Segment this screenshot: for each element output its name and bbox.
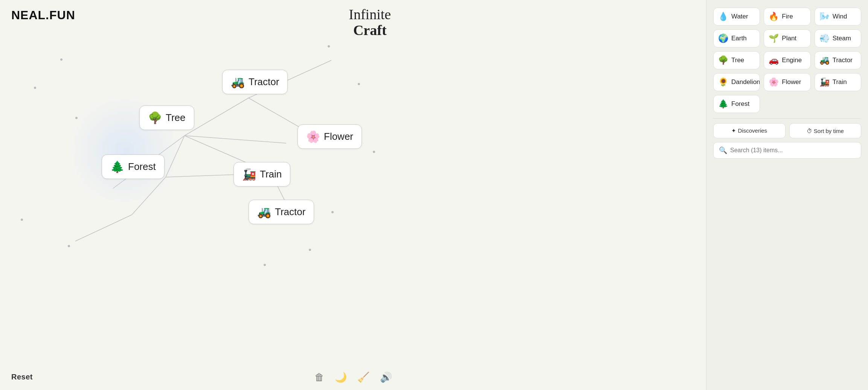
item-label: Wind	[833, 13, 847, 20]
bottom-bar: Reset 🗑 🌙 🧹 🔊	[0, 364, 706, 390]
sidebar-item-earth[interactable]: 🌍Earth	[713, 29, 760, 47]
search-bar[interactable]: 🔍	[713, 142, 861, 159]
item-label: Water	[731, 13, 748, 20]
node-emoji: 🚂	[242, 168, 256, 181]
sidebar-item-tree[interactable]: 🌳Tree	[713, 51, 760, 69]
search-icon: 🔍	[719, 146, 727, 154]
sidebar-item-forest[interactable]: 🌲Forest	[713, 95, 760, 113]
items-grid: 💧Water🔥Fire🌬️Wind🌍Earth🌱Plant💨Steam🌳Tree…	[713, 8, 861, 113]
item-emoji: 🔥	[769, 12, 779, 21]
dot	[328, 45, 330, 47]
sidebar-item-dandelion[interactable]: 🌻Dandelion	[713, 73, 760, 91]
craft-node-tree1[interactable]: 🌳Tree	[139, 106, 194, 130]
dot	[264, 264, 266, 266]
node-emoji: 🌳	[148, 111, 162, 124]
dot	[358, 83, 360, 85]
item-emoji: 🚜	[819, 55, 830, 65]
dot	[75, 117, 78, 119]
craft-node-tractor2[interactable]: 🚜Tractor	[249, 200, 314, 224]
item-emoji: 🌲	[718, 99, 728, 109]
canvas-area[interactable]: NEAL.FUN Infinite Craft 🚜Tractor🌳Tree🌸Fl…	[0, 0, 706, 390]
item-label: Tree	[731, 57, 744, 64]
sidebar-item-wind[interactable]: 🌬️Wind	[815, 8, 861, 26]
sidebar-item-plant[interactable]: 🌱Plant	[764, 29, 810, 47]
svg-line-8	[75, 215, 132, 241]
sidebar-item-steam[interactable]: 💨Steam	[815, 29, 861, 47]
item-emoji: 🌸	[769, 77, 779, 87]
svg-line-1	[166, 136, 185, 177]
svg-line-7	[132, 177, 166, 215]
node-label: Train	[260, 168, 282, 180]
craft-node-tractor1[interactable]: 🚜Tractor	[222, 70, 288, 94]
dot	[331, 211, 334, 213]
craft-node-flower1[interactable]: 🌸Flower	[297, 124, 362, 149]
discoveries-button[interactable]: ✦ Discoveries	[713, 123, 786, 138]
item-label: Fire	[782, 13, 793, 20]
dot	[60, 58, 63, 61]
svg-line-3	[185, 136, 286, 143]
sort-button[interactable]: ⏱ Sort by time	[789, 123, 862, 138]
item-label: Steam	[833, 35, 851, 42]
node-emoji: 🚜	[231, 75, 245, 89]
item-label: Earth	[731, 35, 747, 42]
item-label: Train	[833, 78, 847, 86]
node-emoji: 🌲	[110, 160, 124, 173]
reset-button[interactable]: Reset	[11, 373, 33, 381]
sound-icon[interactable]: 🔊	[380, 372, 392, 383]
brush-icon[interactable]: 🧹	[357, 372, 369, 383]
item-label: Forest	[731, 100, 749, 108]
connector-svg	[0, 0, 706, 390]
moon-icon[interactable]: 🌙	[335, 372, 347, 383]
infinite-craft-title: Infinite Craft	[349, 7, 391, 38]
item-emoji: 🌍	[718, 34, 728, 43]
title-line2: Craft	[349, 23, 391, 38]
dot	[34, 87, 36, 89]
item-emoji: 🚗	[769, 55, 779, 65]
item-emoji: 💧	[718, 12, 728, 21]
craft-node-forest1[interactable]: 🌲Forest	[102, 154, 165, 179]
neal-logo: NEAL.FUN	[11, 8, 75, 22]
dot	[309, 249, 311, 251]
item-label: Engine	[782, 57, 802, 64]
node-emoji: 🌸	[306, 130, 320, 143]
node-emoji: 🚜	[257, 205, 271, 219]
sidebar-footer: ✦ Discoveries ⏱ Sort by time 🔍	[713, 118, 861, 164]
search-input[interactable]	[730, 147, 856, 154]
node-label: Flower	[324, 131, 353, 142]
item-label: Plant	[782, 35, 796, 42]
title-line1: Infinite	[349, 7, 391, 23]
sidebar-item-water[interactable]: 💧Water	[713, 8, 760, 26]
dot	[373, 151, 375, 153]
item-emoji: 🌻	[718, 77, 728, 87]
sidebar-item-flower[interactable]: 🌸Flower	[764, 73, 810, 91]
trash-icon[interactable]: 🗑	[314, 372, 324, 383]
node-label: Forest	[128, 161, 156, 173]
item-emoji: 💨	[819, 34, 830, 43]
node-label: Tree	[166, 112, 186, 124]
dot	[68, 245, 70, 247]
footer-buttons: ✦ Discoveries ⏱ Sort by time	[713, 123, 861, 138]
item-label: Flower	[782, 78, 801, 86]
item-label: Tractor	[833, 57, 853, 64]
toolbar-icons: 🗑 🌙 🧹 🔊	[314, 372, 392, 383]
node-label: Tractor	[249, 76, 279, 88]
item-label: Dandelion	[731, 78, 760, 86]
sidebar-item-train[interactable]: 🚂Train	[815, 73, 861, 91]
sidebar: 💧Water🔥Fire🌬️Wind🌍Earth🌱Plant💨Steam🌳Tree…	[706, 0, 868, 390]
node-label: Tractor	[275, 206, 305, 218]
sidebar-item-tractor[interactable]: 🚜Tractor	[815, 51, 861, 69]
item-emoji: 🌳	[718, 55, 728, 65]
svg-line-0	[185, 98, 249, 136]
item-emoji: 🌬️	[819, 12, 830, 21]
dot	[21, 219, 23, 221]
sidebar-item-engine[interactable]: 🚗Engine	[764, 51, 810, 69]
craft-node-train1[interactable]: 🚂Train	[233, 162, 290, 187]
item-emoji: 🌱	[769, 34, 779, 43]
sidebar-item-fire[interactable]: 🔥Fire	[764, 8, 810, 26]
item-emoji: 🚂	[819, 77, 830, 87]
